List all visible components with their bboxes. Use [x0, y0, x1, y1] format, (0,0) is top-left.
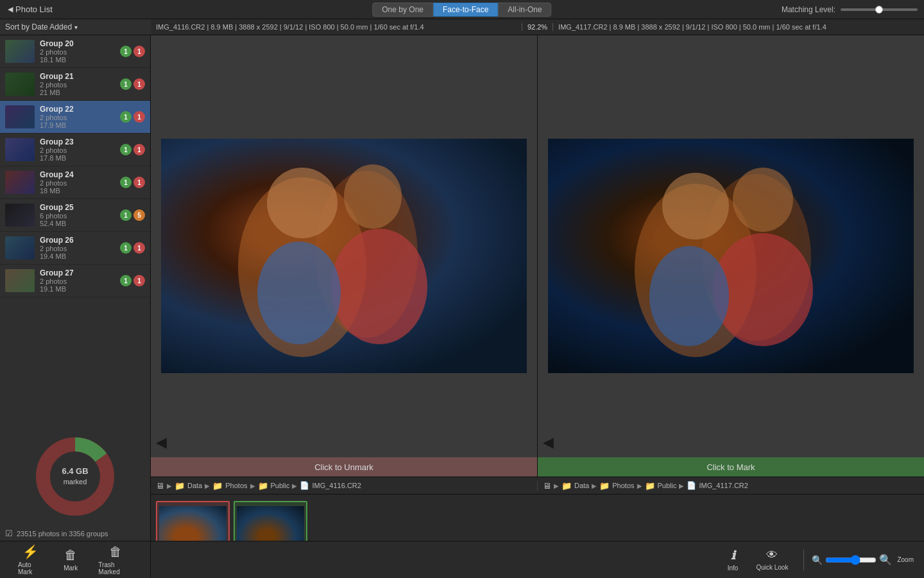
mark-button[interactable]: 🗑 Mark — [53, 541, 88, 578]
list-item[interactable]: Group 27 2 photos 19.1 MB 1 1 — [0, 265, 150, 297]
bc-file-icon: 📄 — [687, 481, 696, 490]
group-info: Group 25 6 photos 52.4 MB — [40, 203, 115, 227]
svg-point-6 — [331, 229, 427, 344]
matching-level-slider[interactable] — [841, 8, 918, 11]
group-thumbnail — [5, 204, 35, 227]
bc-folder-icon: 📁 — [645, 481, 655, 491]
left-compare-pane[interactable]: Click to Unmark ◀ — [151, 35, 537, 477]
donut-label: 6.4 GB marked — [62, 466, 88, 486]
bc-folder-icon: 📁 — [175, 481, 185, 491]
group-badges: 1 1 — [120, 177, 145, 188]
group-name: Group 23 — [40, 137, 115, 146]
group-size: 17.8 MB — [40, 154, 115, 162]
right-compare-pane[interactable]: Click to Mark ◀ — [537, 35, 924, 477]
group-count: 2 photos — [40, 146, 115, 154]
group-count: 2 photos — [40, 48, 115, 56]
content-area: IMG_4116.CR2 | 8.9 MB | 3888 x 2592 | 9/… — [151, 19, 924, 578]
quick-look-label: Quick Look — [756, 564, 788, 571]
group-count: 2 photos — [40, 245, 115, 252]
matching-level: Matching Level: — [782, 5, 918, 14]
bc-arrow-icon: ▶ — [637, 482, 642, 489]
group-size: 19.4 MB — [40, 252, 115, 260]
list-item[interactable]: Group 25 6 photos 52.4 MB 1 5 — [0, 199, 150, 232]
check-icon: ☑ — [5, 529, 13, 538]
mark-icon: 🗑 — [64, 548, 77, 563]
group-thumbnail — [5, 236, 35, 259]
badge-red: 1 — [133, 46, 145, 57]
tab-one-by-one[interactable]: One by One — [372, 3, 433, 17]
badge-green: 1 — [120, 46, 132, 57]
bc-folder-icon: 📁 — [561, 481, 572, 491]
bc-arrow-icon: ▶ — [554, 482, 559, 489]
photo-count: 23515 photos in 3356 groups — [17, 530, 108, 538]
left-bc-data: Data — [187, 482, 202, 489]
group-size: 21 MB — [40, 89, 115, 96]
sort-bar[interactable]: Sort by Date Added ▾ — [0, 19, 151, 35]
group-list: Group 20 2 photos 18.1 MB 1 1 Group 21 2… — [0, 35, 150, 427]
list-item[interactable]: Group 26 2 photos 19.4 MB 1 1 — [0, 232, 150, 265]
group-info: Group 20 2 photos 18.1 MB — [40, 39, 115, 64]
group-name: Group 20 — [40, 39, 115, 48]
group-info: Group 23 2 photos 17.8 MB — [40, 137, 115, 162]
info-button[interactable]: ℹ Info — [720, 548, 746, 572]
left-bc-public: Public — [271, 482, 290, 489]
right-bc-public: Public — [658, 482, 677, 489]
badge-red: 1 — [133, 275, 145, 286]
group-count: 2 photos — [40, 81, 115, 89]
main-layout: Sort by Date Added ▾ Group 20 2 photos 1… — [0, 19, 924, 578]
group-name: Group 24 — [40, 170, 115, 179]
group-size: 18.1 MB — [40, 56, 115, 64]
unmark-button[interactable]: Click to Unmark — [151, 457, 537, 477]
right-photo[interactable] — [548, 139, 914, 373]
left-photo[interactable] — [161, 139, 527, 373]
right-bc-file: IMG_4117.CR2 — [699, 482, 748, 489]
svg-point-5 — [344, 164, 402, 229]
sort-arrow-icon: ▾ — [74, 24, 78, 31]
quick-look-icon: 👁 — [766, 548, 778, 562]
mark-action-button[interactable]: Click to Mark — [538, 457, 924, 477]
list-item[interactable]: Group 22 2 photos 17.9 MB 1 1 — [0, 101, 150, 134]
left-breadcrumb: 🖥 ▶ 📁 Data ▶ 📁 Photos ▶ 📁 Public ▶ 📄 IMG… — [151, 481, 537, 491]
group-thumbnail — [5, 73, 35, 96]
group-info: Group 21 2 photos 21 MB — [40, 72, 115, 96]
group-badges: 1 1 — [120, 78, 145, 90]
badge-green: 1 — [120, 242, 132, 254]
svg-point-11 — [733, 168, 793, 232]
group-name: Group 22 — [40, 105, 115, 114]
back-button[interactable]: ◀ Photo List — [0, 4, 60, 14]
tab-face-to-face[interactable]: Face-to-Face — [433, 3, 498, 17]
badge-green: 1 — [120, 275, 132, 286]
right-disk-icon: 🖥 — [543, 481, 551, 491]
trash-marked-label: Trash Marked — [98, 561, 132, 575]
zoom-label: Zoom — [897, 556, 914, 563]
donut-chart-area: 6.4 GB marked — [0, 427, 150, 526]
bc-file-icon: 📄 — [300, 481, 309, 490]
badge-red: 1 — [133, 144, 145, 155]
zoom-slider[interactable] — [825, 555, 877, 565]
auto-mark-button[interactable]: ⚡ Auto Mark — [8, 541, 53, 578]
list-item[interactable]: Group 20 2 photos 18.1 MB 1 1 — [0, 35, 150, 68]
group-name: Group 27 — [40, 268, 115, 277]
compare-area: Click to Unmark ◀ — [151, 35, 924, 477]
badge-red: 1 — [133, 78, 145, 90]
group-thumbnail — [5, 105, 35, 128]
group-size: 17.9 MB — [40, 121, 115, 129]
group-badges: 1 1 — [120, 46, 145, 57]
group-count: 2 photos — [40, 179, 115, 187]
group-size: 19.1 MB — [40, 285, 115, 293]
mark-label: Mark — [64, 565, 78, 572]
quick-look-button[interactable]: 👁 Quick Look — [748, 548, 796, 571]
zoom-out-icon: 🔍 — [812, 555, 823, 565]
group-info: Group 27 2 photos 19.1 MB — [40, 268, 115, 293]
percent-value: 92.2% — [527, 23, 547, 31]
trash-marked-button[interactable]: 🗑 Trash Marked — [88, 541, 142, 578]
list-item[interactable]: Group 23 2 photos 17.8 MB 1 1 — [0, 134, 150, 166]
group-thumbnail — [5, 40, 35, 63]
tab-all-in-one[interactable]: All-in-One — [498, 3, 551, 17]
list-item[interactable]: Group 24 2 photos 18 MB 1 1 — [0, 166, 150, 199]
donut-size: 6.4 GB — [62, 466, 88, 477]
badge-red: 1 — [133, 242, 145, 254]
badge-orange: 5 — [133, 209, 145, 221]
list-item[interactable]: Group 21 2 photos 21 MB 1 1 — [0, 68, 150, 101]
badge-green: 1 — [120, 177, 132, 188]
